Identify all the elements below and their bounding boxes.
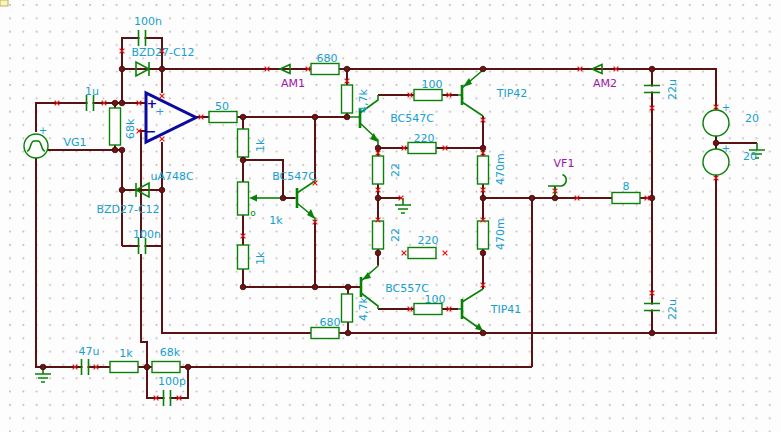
schematic-editor-canvas[interactable]: 100n BZD27-C12 1u VG1 + 68k uA748C + − +… bbox=[0, 0, 781, 432]
resistor-220-bottom[interactable] bbox=[408, 248, 436, 259]
label-am2: AM2 bbox=[593, 77, 617, 90]
label-vg1: VG1 bbox=[63, 136, 86, 149]
label-470m-bottom: 470m bbox=[494, 218, 507, 250]
label-47u: 47u bbox=[79, 345, 100, 358]
label-1k-bias-top: 1k bbox=[254, 138, 267, 152]
label-100-bottom: 100 bbox=[425, 293, 446, 306]
label-220-top: 220 bbox=[414, 132, 435, 145]
capacitor-100n-top[interactable] bbox=[139, 30, 146, 46]
label-ua748c: uA748C bbox=[150, 170, 193, 183]
capacitor-22u-bottom[interactable] bbox=[644, 304, 660, 311]
dc-source-positive[interactable] bbox=[703, 110, 729, 136]
capacitor-47u[interactable] bbox=[82, 359, 89, 375]
label-bc547c-bias: BC547C bbox=[272, 170, 316, 183]
capacitor-22u-top[interactable] bbox=[644, 86, 660, 93]
label-50: 50 bbox=[215, 100, 229, 113]
label-bc547c-driver: BC547C bbox=[390, 112, 434, 125]
label-68k-input: 68k bbox=[124, 118, 137, 139]
label-tip41: TIP41 bbox=[490, 303, 522, 316]
resistor-22-top[interactable] bbox=[373, 156, 384, 184]
resistor-1k-bias-top[interactable] bbox=[238, 129, 249, 157]
resistor-680-top[interactable] bbox=[311, 64, 339, 75]
label-1k-feedback: 1k bbox=[119, 347, 133, 360]
label-8: 8 bbox=[623, 180, 630, 193]
resistor-22-bottom[interactable] bbox=[373, 221, 384, 249]
label-pot-1k: 1k bbox=[269, 214, 283, 227]
label-68k-feedback: 68k bbox=[160, 346, 181, 359]
label-680-top: 680 bbox=[317, 52, 338, 65]
label-am1: AM1 bbox=[281, 77, 305, 90]
label-220-bottom: 220 bbox=[418, 234, 439, 247]
circuit-schematic[interactable]: 100n BZD27-C12 1u VG1 + 68k uA748C + − +… bbox=[0, 0, 781, 432]
label-20-bottom: 20 bbox=[743, 150, 757, 163]
label-100n-bottom: 100n bbox=[133, 228, 161, 241]
label-opamp-minus: − bbox=[146, 124, 157, 139]
resistor-4k7-bottom[interactable] bbox=[342, 294, 353, 322]
resistor-1k-feedback[interactable] bbox=[110, 362, 138, 373]
label-100n-top: 100n bbox=[134, 15, 162, 28]
label-22u-bottom: 22u bbox=[666, 299, 679, 320]
label-22-bottom: 22 bbox=[389, 228, 402, 242]
resistor-470m-bottom[interactable] bbox=[478, 221, 489, 249]
resistor-1k-bias-bottom[interactable] bbox=[238, 245, 249, 269]
label-tip42: TIP42 bbox=[496, 87, 528, 100]
label-100-top: 100 bbox=[422, 78, 443, 91]
label-1k-bias-bottom: 1k bbox=[254, 251, 267, 265]
resistor-100-top[interactable] bbox=[414, 90, 442, 101]
label-src-top-plus: + bbox=[722, 102, 730, 113]
label-20-top: 20 bbox=[745, 112, 759, 125]
label-vf1: VF1 bbox=[554, 157, 575, 170]
resistor-8-load[interactable] bbox=[612, 193, 640, 204]
label-1u: 1u bbox=[85, 85, 99, 98]
label-4k7-top: 4,7k bbox=[357, 89, 370, 113]
label-zener-top: BZD27-C12 bbox=[131, 46, 194, 59]
label-zener-bottom: BZD27-C12 bbox=[96, 203, 159, 216]
label-680-bottom: 680 bbox=[320, 316, 341, 329]
corner-artifact bbox=[0, 0, 8, 6]
capacitor-100p[interactable] bbox=[164, 390, 171, 406]
resistor-50-series[interactable] bbox=[209, 112, 237, 123]
label-470m-top: 470m bbox=[494, 153, 507, 185]
label-pot-wiper-o: o bbox=[250, 208, 256, 218]
label-22-top: 22 bbox=[389, 163, 402, 177]
label-bc557c: BC557C bbox=[385, 282, 429, 295]
label-22u-top: 22u bbox=[666, 79, 679, 100]
resistor-4k7-top[interactable] bbox=[342, 85, 353, 113]
resistor-68k-input[interactable] bbox=[110, 108, 121, 145]
resistor-470m-top[interactable] bbox=[478, 156, 489, 184]
resistor-68k-feedback[interactable] bbox=[152, 362, 180, 373]
label-100p: 100p bbox=[158, 375, 186, 388]
label-opamp-supply-plus: + bbox=[156, 106, 164, 117]
resistor-680-bottom[interactable] bbox=[311, 328, 339, 339]
label-4k7-bottom: 4,7k bbox=[357, 297, 370, 321]
label-src-bot-plus: + bbox=[722, 143, 730, 154]
voltage-generator-vg1[interactable] bbox=[24, 134, 48, 158]
label-vg1-plus: + bbox=[39, 125, 47, 136]
